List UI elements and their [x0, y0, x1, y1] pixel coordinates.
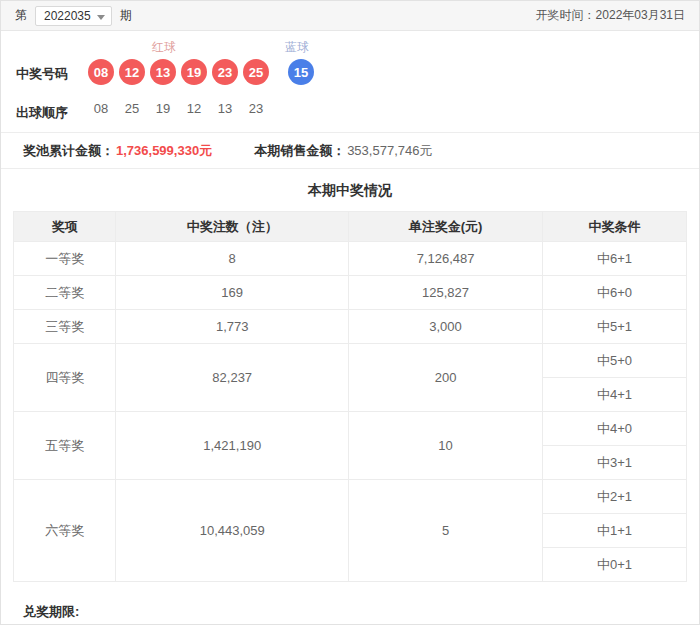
draw-order-number: 23 [243, 101, 269, 116]
header-prize: 奖项 [14, 212, 116, 242]
count-cell: 169 [116, 276, 349, 310]
winning-balls-row: 08121319232515 [88, 59, 319, 85]
winning-numbers-label: 中奖号码 [16, 65, 68, 83]
top-bar: 第 2022035 期 开奖时间：2022年03月31日 [1, 1, 699, 31]
draw-order-number: 19 [150, 101, 176, 116]
pool-amount-value: 1,736,599,330元 [116, 142, 212, 160]
prize-table-row: 二等奖169125,827中6+0 [14, 276, 687, 310]
prize-cell: 三等奖 [14, 310, 116, 344]
blue-balls-group-label: 蓝球 [285, 39, 309, 56]
draw-order-number: 25 [119, 101, 145, 116]
count-cell: 8 [116, 242, 349, 276]
header-amount: 单注奖金(元) [349, 212, 543, 242]
prize-table-row: 四等奖82,237200中5+0 [14, 344, 687, 378]
amount-cell: 125,827 [349, 276, 543, 310]
blue-ball: 15 [288, 59, 314, 85]
red-ball: 08 [88, 59, 114, 85]
condition-cell: 中3+1 [542, 446, 686, 480]
draw-order-number: 08 [88, 101, 114, 116]
condition-cell: 中1+1 [542, 514, 686, 548]
amount-cell: 5 [349, 480, 543, 582]
count-cell: 1,421,190 [116, 412, 349, 480]
lottery-result-page: 第 2022035 期 开奖时间：2022年03月31日 红球 蓝球 中奖号码 … [0, 0, 700, 625]
amount-cell: 7,126,487 [349, 242, 543, 276]
amounts-bar: 奖池累计金额： 1,736,599,330元 本期销售金额： 353,577,7… [1, 132, 699, 169]
red-ball: 19 [181, 59, 207, 85]
note-title: 兑奖期限: [23, 603, 677, 621]
prize-table: 奖项 中奖注数（注） 单注奖金(元) 中奖条件 一等奖87,126,487中6+… [13, 211, 687, 582]
condition-cell: 中5+0 [542, 344, 686, 378]
issue-suffix-label: 期 [120, 7, 132, 24]
count-cell: 82,237 [116, 344, 349, 412]
header-count: 中奖注数（注） [116, 212, 349, 242]
condition-cell: 中5+1 [542, 310, 686, 344]
redemption-note: 兑奖期限: 双色球兑奖当期有效。中奖者应当自开奖之日起60个自然日内，持中奖彩票… [1, 594, 699, 625]
count-cell: 1,773 [116, 310, 349, 344]
amount-cell: 10 [349, 412, 543, 480]
issue-select-value: 2022035 [44, 9, 91, 23]
issue-select[interactable]: 2022035 [35, 6, 112, 26]
prize-table-row: 五等奖1,421,19010中4+0 [14, 412, 687, 446]
red-ball: 13 [150, 59, 176, 85]
red-ball: 25 [243, 59, 269, 85]
amount-cell: 3,000 [349, 310, 543, 344]
prize-cell: 五等奖 [14, 412, 116, 480]
chevron-down-icon [97, 15, 105, 20]
prize-table-header-row: 奖项 中奖注数（注） 单注奖金(元) 中奖条件 [14, 212, 687, 242]
issue-prefix-label: 第 [15, 7, 27, 24]
draw-time-label: 开奖时间： [536, 8, 596, 22]
condition-cell: 中4+1 [542, 378, 686, 412]
prize-cell: 四等奖 [14, 344, 116, 412]
draw-order-row: 082519121323 [88, 101, 274, 116]
pool-amount-label: 奖池累计金额： [23, 142, 114, 160]
prize-table-row: 一等奖87,126,487中6+1 [14, 242, 687, 276]
condition-cell: 中2+1 [542, 480, 686, 514]
condition-cell: 中6+0 [542, 276, 686, 310]
header-condition: 中奖条件 [542, 212, 686, 242]
draw-order-number: 12 [181, 101, 207, 116]
issue-selector-group: 第 2022035 期 [15, 6, 132, 26]
prize-cell: 六等奖 [14, 480, 116, 582]
condition-cell: 中0+1 [542, 548, 686, 582]
count-cell: 10,443,059 [116, 480, 349, 582]
red-ball: 23 [212, 59, 238, 85]
condition-cell: 中4+0 [542, 412, 686, 446]
draw-order-number: 13 [212, 101, 238, 116]
sales-amount-label: 本期销售金额： [254, 142, 345, 160]
prize-table-title: 本期中奖情况 [13, 177, 687, 211]
draw-time-value: 2022年03月31日 [596, 8, 685, 22]
draw-order-label: 出球顺序 [16, 104, 68, 122]
amount-cell: 200 [349, 344, 543, 412]
sales-amount-value: 353,577,746元 [347, 142, 432, 160]
condition-cell: 中6+1 [542, 242, 686, 276]
prize-table-row: 三等奖1,7733,000中5+1 [14, 310, 687, 344]
red-balls-group-label: 红球 [152, 39, 176, 56]
winning-numbers-section: 红球 蓝球 中奖号码 08121319232515 出球顺序 082519121… [1, 31, 699, 132]
prize-table-section: 本期中奖情况 奖项 中奖注数（注） 单注奖金(元) 中奖条件 一等奖87,126… [1, 169, 699, 594]
draw-time: 开奖时间：2022年03月31日 [536, 7, 685, 24]
prize-table-row: 六等奖10,443,0595中2+1 [14, 480, 687, 514]
prize-cell: 一等奖 [14, 242, 116, 276]
prize-cell: 二等奖 [14, 276, 116, 310]
red-ball: 12 [119, 59, 145, 85]
